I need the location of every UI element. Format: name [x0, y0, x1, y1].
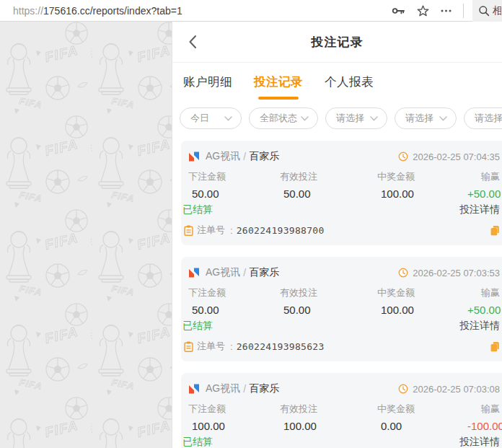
label-profit: 输赢 — [462, 170, 500, 183]
label-profit: 输赢 — [462, 286, 500, 299]
order-colon: : — [230, 341, 233, 352]
card-header: AG视讯 / 百家乐 2026-02-25 07:04:35 — [187, 146, 500, 170]
status-row: 已结算 投注详情 — [182, 320, 500, 333]
page-title: 投注记录 — [312, 34, 364, 50]
search-icon — [478, 5, 490, 17]
records-list: AG视讯 / 百家乐 2026-02-25 07:04:35 下注金额 有效投注… — [172, 138, 502, 448]
win-amount: 100.00 — [376, 304, 462, 316]
separator: / — [243, 267, 246, 278]
filter-label: 全部状态 — [260, 112, 297, 125]
order-row: 注单号: 260224193988700 — [184, 224, 500, 237]
label-bet-amount: 下注金额 — [187, 170, 278, 183]
valid-bet: 100.00 — [278, 420, 376, 432]
label-win-amount: 中奖金额 — [376, 286, 462, 299]
win-amount: 0.00 — [376, 420, 462, 432]
bet-amount: 50.00 — [187, 304, 278, 316]
page-content: FIFA FIFA — [0, 22, 502, 448]
order-note-icon — [184, 225, 193, 236]
tab-bet-records[interactable]: 投注记录 — [254, 63, 303, 102]
filter-date[interactable]: 今日 — [180, 107, 242, 129]
label-win-amount: 中奖金额 — [376, 403, 462, 416]
valid-bet: 50.00 — [278, 188, 376, 200]
url-bar[interactable]: https://175616.cc/reports/index?tab=1 — [13, 5, 392, 17]
bet-amount: 50.00 — [187, 188, 278, 200]
browser-search-segment[interactable]: 相 — [472, 0, 502, 22]
game-provider-logo-icon — [187, 265, 201, 280]
column-values: 50.00 50.00 100.00 +50.00 — [187, 304, 500, 316]
profit-amount: +50.00 — [462, 188, 501, 200]
profit-amount: -100.00 — [462, 420, 502, 432]
column-values: 100.00 100.00 0.00 -100.00 — [187, 420, 500, 432]
tab-label: 投注记录 — [254, 74, 303, 90]
status-row: 已结算 投注详情 — [182, 203, 500, 216]
filter-label: 请选择 — [336, 112, 364, 125]
bet-time: 2026-02-25 07:04:35 — [413, 151, 500, 162]
label-profit: 输赢 — [462, 403, 500, 416]
url-text: 175616.cc/reports/index?tab=1 — [43, 5, 182, 17]
chevron-down-icon — [224, 116, 232, 121]
bet-record-card: AG视讯 / 百家乐 2026-02-25 07:04:35 下注金额 有效投注… — [181, 141, 502, 245]
card-header: AG视讯 / 百家乐 2026-02-25 07:03:53 — [187, 263, 500, 286]
chevron-down-icon — [439, 116, 447, 121]
url-scheme: https:// — [13, 5, 43, 17]
status-badge: 已结算 — [182, 320, 213, 333]
label-win-amount: 中奖金额 — [376, 170, 462, 183]
clock-icon — [398, 151, 408, 162]
star-icon[interactable] — [417, 5, 429, 17]
clock-icon — [398, 268, 408, 278]
label-valid-bet: 有效投注 — [278, 403, 376, 416]
bet-record-card: AG视讯 / 百家乐 2026-02-25 07:03:53 下注金额 有效投注… — [181, 257, 502, 361]
copy-icon[interactable] — [490, 225, 500, 236]
overflow-menu-icon[interactable] — [441, 9, 452, 12]
filter-select-2[interactable]: 请选择 — [395, 107, 457, 129]
bet-time: 2026-02-25 07:03:08 — [413, 384, 500, 395]
profit-amount: +50.00 — [462, 304, 501, 316]
game-name: 百家乐 — [249, 150, 279, 163]
key-icon[interactable] — [392, 5, 405, 17]
order-label: 注单号 — [197, 224, 225, 237]
tab-personal-report[interactable]: 个人报表 — [325, 63, 374, 102]
order-row: 注单号: 260224193985623 — [184, 340, 500, 353]
separator: / — [243, 151, 246, 162]
column-labels: 下注金额 有效投注 中奖金额 输赢 — [187, 403, 500, 416]
bet-amount: 100.00 — [187, 420, 278, 432]
screen: https://175616.cc/reports/index?tab=1 相 — [0, 0, 502, 448]
back-button[interactable] — [188, 35, 197, 49]
valid-bet: 50.00 — [278, 304, 376, 316]
bet-record-card: AG视讯 / 百家乐 2026-02-25 07:03:08 下注金额 有效投注… — [181, 373, 502, 448]
column-labels: 下注金额 有效投注 中奖金额 输赢 — [187, 170, 500, 183]
bet-detail-link[interactable]: 投注详情 — [459, 320, 500, 333]
reports-panel: 投注记录 账户明细 投注记录 个人报表 今日 全部状态 请选择 — [172, 22, 502, 448]
chevron-down-icon — [301, 116, 309, 121]
clock-icon — [398, 384, 408, 394]
tab-label: 个人报表 — [325, 74, 374, 90]
filter-status[interactable]: 全部状态 — [249, 107, 318, 129]
order-note-icon — [184, 341, 193, 352]
bet-detail-link[interactable]: 投注详情 — [459, 436, 500, 448]
chevron-down-icon — [370, 116, 378, 121]
column-values: 50.00 50.00 100.00 +50.00 — [187, 188, 500, 200]
game-provider-logo-icon — [187, 149, 201, 164]
game-name: 百家乐 — [249, 382, 279, 395]
filter-select-3[interactable]: 请选择 — [464, 107, 502, 129]
tab-bar: 账户明细 投注记录 个人报表 — [172, 63, 502, 102]
game-provider-logo-icon — [187, 382, 201, 396]
label-valid-bet: 有效投注 — [278, 170, 376, 183]
bet-detail-link[interactable]: 投注详情 — [459, 203, 500, 216]
provider-name: AG视讯 — [206, 382, 240, 395]
status-row: 已结算 投注详情 — [182, 436, 500, 448]
game-name: 百家乐 — [249, 266, 279, 279]
order-label: 注单号 — [197, 340, 225, 353]
provider-name: AG视讯 — [206, 266, 240, 279]
order-colon: : — [230, 225, 233, 236]
toolbar-divider — [463, 4, 464, 18]
label-valid-bet: 有效投注 — [278, 286, 376, 299]
tab-account-detail[interactable]: 账户明细 — [183, 63, 232, 102]
status-badge: 已结算 — [182, 436, 213, 448]
filter-select-1[interactable]: 请选择 — [325, 107, 387, 129]
filter-label: 请选择 — [405, 112, 433, 125]
tab-label: 账户明细 — [183, 74, 232, 90]
copy-icon[interactable] — [490, 341, 500, 352]
toolbar-icons — [392, 4, 472, 18]
provider-name: AG视讯 — [206, 150, 240, 163]
